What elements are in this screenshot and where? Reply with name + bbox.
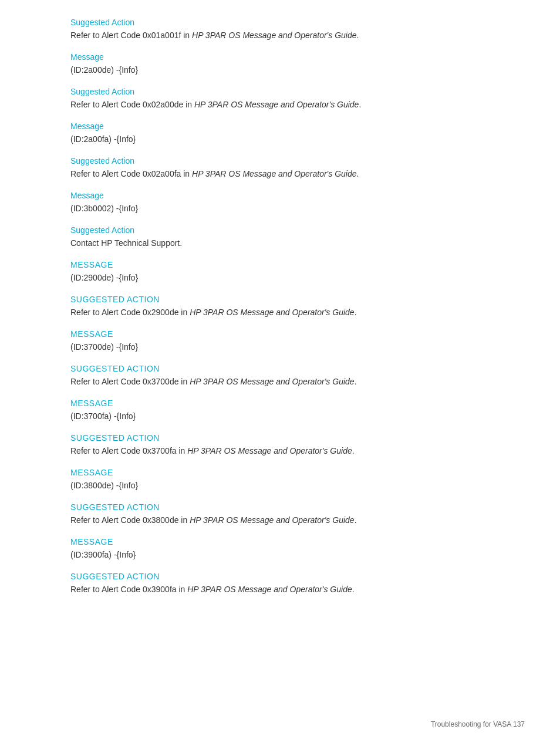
body-text: (ID:2a00de) -{Info} bbox=[70, 64, 490, 76]
message-label: Message bbox=[70, 191, 490, 200]
body-text: (ID:3b0002) -{Info} bbox=[70, 202, 490, 215]
suggested-action-label: Suggested Action bbox=[70, 87, 490, 96]
body-text: Refer to Alert Code 0x3900fa in HP 3PAR … bbox=[70, 583, 490, 596]
section-msg3: Message(ID:3b0002) -{Info} bbox=[70, 191, 490, 215]
section-msg8: MESSAGE(ID:3900fa) -{Info} bbox=[70, 537, 490, 561]
body-text: (ID:3800de) -{Info} bbox=[70, 480, 490, 492]
suggested-action-label: SUGGESTED ACTION bbox=[70, 502, 490, 512]
body-text: Refer to Alert Code 0x2900de in HP 3PAR … bbox=[70, 306, 490, 319]
section-sa5: SUGGESTED ACTIONRefer to Alert Code 0x29… bbox=[70, 295, 490, 319]
section-msg4: MESSAGE(ID:2900de) -{Info} bbox=[70, 260, 490, 284]
suggested-action-label: SUGGESTED ACTION bbox=[70, 572, 490, 581]
section-sa6: SUGGESTED ACTIONRefer to Alert Code 0x37… bbox=[70, 364, 490, 388]
section-sa7: SUGGESTED ACTIONRefer to Alert Code 0x37… bbox=[70, 433, 490, 457]
message-label: MESSAGE bbox=[70, 329, 490, 339]
footer: Troubleshooting for VASA 137 bbox=[431, 720, 525, 728]
section-sa1: Suggested ActionRefer to Alert Code 0x01… bbox=[70, 18, 490, 42]
suggested-action-label: SUGGESTED ACTION bbox=[70, 364, 490, 373]
footer-text: Troubleshooting for VASA 137 bbox=[431, 720, 525, 728]
body-text: (ID:3900fa) -{Info} bbox=[70, 549, 490, 561]
body-text: Refer to Alert Code 0x02a00fa in HP 3PAR… bbox=[70, 168, 490, 180]
suggested-action-label: Suggested Action bbox=[70, 18, 490, 27]
section-msg7: MESSAGE(ID:3800de) -{Info} bbox=[70, 468, 490, 492]
message-label: Message bbox=[70, 121, 490, 131]
section-msg6: MESSAGE(ID:3700fa) -{Info} bbox=[70, 399, 490, 423]
section-sa9: SUGGESTED ACTIONRefer to Alert Code 0x39… bbox=[70, 572, 490, 596]
section-sa8: SUGGESTED ACTIONRefer to Alert Code 0x38… bbox=[70, 502, 490, 526]
section-sa3: Suggested ActionRefer to Alert Code 0x02… bbox=[70, 156, 490, 180]
body-text: (ID:3700de) -{Info} bbox=[70, 341, 490, 353]
suggested-action-label: SUGGESTED ACTION bbox=[70, 433, 490, 443]
suggested-action-label: SUGGESTED ACTION bbox=[70, 295, 490, 304]
body-text: Refer to Alert Code 0x3700de in HP 3PAR … bbox=[70, 376, 490, 388]
suggested-action-label: Suggested Action bbox=[70, 156, 490, 166]
section-msg5: MESSAGE(ID:3700de) -{Info} bbox=[70, 329, 490, 353]
suggested-action-label: Suggested Action bbox=[70, 225, 490, 235]
page-content: Suggested ActionRefer to Alert Code 0x01… bbox=[0, 0, 560, 653]
body-text: (ID:3700fa) -{Info} bbox=[70, 410, 490, 423]
body-text: Refer to Alert Code 0x02a00de in HP 3PAR… bbox=[70, 99, 490, 111]
section-sa4: Suggested ActionContact HP Technical Sup… bbox=[70, 225, 490, 249]
sections-container: Suggested ActionRefer to Alert Code 0x01… bbox=[70, 18, 490, 596]
body-text: Contact HP Technical Support. bbox=[70, 237, 490, 249]
section-msg1: Message(ID:2a00de) -{Info} bbox=[70, 52, 490, 76]
body-text: (ID:2900de) -{Info} bbox=[70, 272, 490, 284]
section-sa2: Suggested ActionRefer to Alert Code 0x02… bbox=[70, 87, 490, 111]
message-label: MESSAGE bbox=[70, 399, 490, 408]
message-label: Message bbox=[70, 52, 490, 62]
body-text: Refer to Alert Code 0x3700fa in HP 3PAR … bbox=[70, 445, 490, 457]
message-label: MESSAGE bbox=[70, 260, 490, 269]
body-text: Refer to Alert Code 0x01a001f in HP 3PAR… bbox=[70, 29, 490, 42]
section-msg2: Message(ID:2a00fa) -{Info} bbox=[70, 121, 490, 146]
message-label: MESSAGE bbox=[70, 537, 490, 546]
body-text: (ID:2a00fa) -{Info} bbox=[70, 133, 490, 146]
message-label: MESSAGE bbox=[70, 468, 490, 477]
body-text: Refer to Alert Code 0x3800de in HP 3PAR … bbox=[70, 514, 490, 526]
